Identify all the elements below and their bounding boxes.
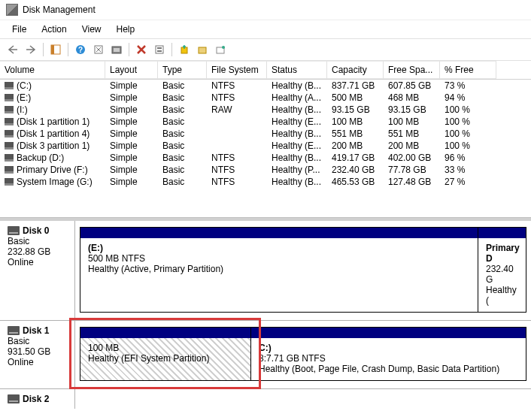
disk-row-0[interactable]: Disk 0 Basic 232.88 GB Online (E:) 500 M… [0,221,531,321]
volume-row[interactable]: Backup (D:)SimpleBasicNTFSHealthy (B...4… [0,152,531,164]
separator [43,43,44,56]
partition-status: Healthy (EFI System Partition) [88,353,244,364]
volume-fs: NTFS [207,80,267,92]
forward-button[interactable] [23,41,39,58]
volume-fs: NTFS [207,164,267,176]
volume-free: 77.78 GB [384,164,440,176]
col-filesystem[interactable]: File System [207,61,267,79]
disk-icon [8,326,20,335]
volume-fs: NTFS [207,176,267,188]
menu-action[interactable]: Action [34,22,74,37]
volume-type: Basic [158,164,207,176]
volume-pfree: 100 % [440,104,496,116]
volume-list[interactable]: (C:)SimpleBasicNTFSHealthy (B...837.71 G… [0,80,531,188]
col-capacity[interactable]: Capacity [327,61,384,79]
back-button[interactable] [5,41,21,58]
attach-vhd-button[interactable] [194,41,211,58]
disk1-partition-efi[interactable]: 100 MB Healthy (EFI System Partition) [80,327,251,381]
volume-icon [5,118,14,125]
volume-capacity: 500 MB [327,92,384,104]
volume-fs [207,116,267,128]
volume-status: Healthy (B... [267,128,327,140]
volume-layout: Simple [105,140,158,152]
refresh-button[interactable] [90,41,107,58]
detach-vhd-button[interactable] [212,41,229,58]
volume-layout: Simple [105,128,158,140]
separator [68,43,68,56]
disk0-type: Basic [8,236,67,246]
delete-button[interactable] [133,41,150,58]
disk0-partition-e[interactable]: (E:) 500 MB NTFS Healthy (Active, Primar… [80,227,478,313]
svg-text:?: ? [78,46,83,54]
volume-status: Healthy (B... [267,104,327,116]
disk2-label[interactable]: Disk 2 [0,389,75,409]
disk1-label[interactable]: Disk 1 Basic 931.50 GB Online [0,321,75,388]
partition-stripe [80,328,250,338]
volume-type: Basic [158,92,207,104]
disk-row-1[interactable]: Disk 1 Basic 931.50 GB Online 100 MB Hea… [0,321,531,389]
col-layout[interactable]: Layout [105,61,158,79]
disk2-name: Disk 2 [23,394,49,404]
volume-row[interactable]: (Disk 3 partition 1)SimpleBasicHealthy (… [0,140,531,152]
volume-capacity: 465.53 GB [327,176,384,188]
disk0-label[interactable]: Disk 0 Basic 232.88 GB Online [0,221,75,320]
window-title: Disk Management [23,5,96,15]
disk1-partition-c[interactable]: C:) 8:7.71 GB NTFS Healthy (Boot, Page F… [251,327,526,381]
volume-pfree: 27 % [440,176,496,188]
new-volume-button[interactable] [176,41,193,58]
volume-type: Basic [158,104,207,116]
volume-row[interactable]: (Disk 1 partition 1)SimpleBasicHealthy (… [0,116,531,128]
volume-layout: Simple [105,92,158,104]
col-freespace[interactable]: Free Spa... [384,61,440,79]
volume-status: Healthy (B... [267,152,327,164]
volume-row[interactable]: Primary Drive (F:)SimpleBasicNTFSHealthy… [0,164,531,176]
disk0-partition-primary[interactable]: Primary D 232.40 G Healthy ( [478,227,526,313]
volume-status: Healthy (B... [267,80,327,92]
col-status[interactable]: Status [267,61,327,79]
volume-row[interactable]: (I:)SimpleBasicRAWHealthy (B...93.15 GB9… [0,104,531,116]
rescan-button[interactable] [108,41,125,58]
col-volume[interactable]: Volume [0,61,105,79]
disk1-name: Disk 1 [23,325,49,336]
volume-icon [5,166,14,174]
help-button[interactable]: ? [72,41,89,58]
volume-pfree: 73 % [440,80,496,92]
partition-status: Healthy ( [486,285,520,306]
volume-row[interactable]: (Disk 1 partition 4)SimpleBasicHealthy (… [0,128,531,140]
disk1-type: Basic [8,336,67,346]
volume-free: 100 MB [384,116,440,128]
disk-row-2[interactable]: Disk 2 [0,389,531,409]
volume-name: Backup (D:) [17,153,64,163]
col-percentfree[interactable]: % Free [440,61,496,79]
svg-rect-11 [199,47,206,53]
col-type[interactable]: Type [158,61,207,79]
menu-file[interactable]: File [5,22,34,37]
volume-free: 607.85 GB [384,80,440,92]
volume-icon [5,106,14,113]
partition-status: Healthy (Boot, Page File, Crash Dump, Ba… [259,364,520,374]
disk0-name: Disk 0 [23,225,49,236]
svg-rect-9 [157,50,162,52]
volume-status: Healthy (E... [267,140,327,152]
volume-pfree: 33 % [440,164,496,176]
volume-fs: NTFS [207,152,267,164]
partition-stripe [80,228,478,238]
svg-point-13 [222,46,225,49]
disk0-partitions: (E:) 500 MB NTFS Healthy (Active, Primar… [75,221,531,320]
volume-capacity: 232.40 GB [327,164,384,176]
partition-size: 8:7.71 GB NTFS [259,353,520,364]
volume-list-empty-area [0,188,531,218]
volume-type: Basic [158,116,207,128]
properties-button[interactable] [151,41,168,58]
volume-capacity: 837.71 GB [327,80,384,92]
menu-view[interactable]: View [74,22,109,37]
menubar: File Action View Help [0,20,531,38]
volume-name: (Disk 3 partition 1) [17,141,90,151]
volume-row[interactable]: (E:)SimpleBasicNTFSHealthy (A...500 MB46… [0,92,531,104]
show-hide-tree-button[interactable] [47,41,64,58]
menu-help[interactable]: Help [109,22,143,37]
volume-layout: Simple [105,116,158,128]
volume-row[interactable]: System Image (G:)SimpleBasicNTFSHealthy … [0,176,531,188]
volume-fs: RAW [207,104,267,116]
volume-row[interactable]: (C:)SimpleBasicNTFSHealthy (B...837.71 G… [0,80,531,92]
